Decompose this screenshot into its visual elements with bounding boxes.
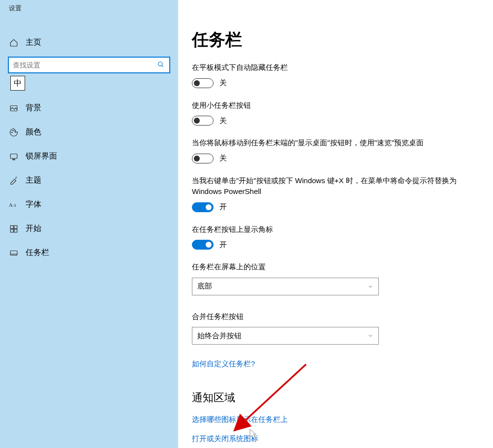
sidebar: 设置 主页 中 背景 颜色 锁屏界面	[0, 0, 178, 448]
svg-rect-7	[13, 159, 15, 160]
search-input-container[interactable]	[8, 57, 170, 73]
setting-label: 在平板模式下自动隐藏任务栏	[192, 62, 467, 73]
toggle-state: 开	[219, 202, 227, 212]
svg-rect-10	[10, 225, 13, 228]
setting-label: 任务栏在屏幕上的位置	[192, 261, 467, 273]
start-icon	[9, 224, 19, 234]
setting-label: 当我右键单击"开始"按钮或按下 Windows 键+X 时，在菜单中将命令提示符…	[192, 175, 467, 197]
sidebar-item-label: 背景	[26, 103, 41, 113]
sidebar-item-label: 锁屏界面	[26, 151, 57, 161]
chevron-down-icon	[368, 333, 373, 339]
toggle-small-buttons[interactable]	[192, 116, 214, 126]
sidebar-item-background[interactable]: 背景	[0, 96, 178, 120]
link-select-taskbar-icons[interactable]: 选择哪些图标显示在任务栏上	[192, 415, 478, 424]
dropdown-value: 底部	[197, 282, 212, 291]
sidebar-item-label: 颜色	[26, 127, 41, 137]
setting-small-buttons: 使用小任务栏按钮 关	[192, 100, 478, 126]
svg-point-0	[158, 62, 162, 66]
sidebar-item-label: 字体	[26, 199, 41, 210]
svg-point-3	[12, 132, 13, 133]
lockscreen-icon	[9, 152, 19, 161]
toggle-state: 开	[219, 240, 227, 250]
svg-rect-13	[14, 229, 17, 232]
search-input[interactable]	[13, 61, 157, 69]
toggle-powershell[interactable]	[192, 202, 214, 212]
section-heading-notification: 通知区域	[192, 390, 478, 405]
app-title: 设置	[0, 0, 178, 15]
sidebar-item-label: 主题	[26, 175, 41, 186]
setting-autohide-tablet: 在平板模式下自动隐藏任务栏 关	[192, 62, 478, 88]
toggle-peek-desktop[interactable]	[192, 154, 214, 163]
toggle-badges[interactable]	[192, 240, 214, 250]
sidebar-item-colors[interactable]: 颜色	[0, 120, 178, 144]
svg-point-4	[13, 130, 14, 131]
fonts-icon: AA	[9, 200, 19, 210]
dropdown-combine[interactable]: 始终合并按钮	[192, 327, 379, 345]
svg-text:A: A	[9, 202, 13, 208]
dropdown-position[interactable]: 底部	[192, 278, 379, 295]
setting-label: 合并任务栏按钮	[192, 311, 467, 322]
home-label: 主页	[26, 37, 41, 48]
setting-label: 在任务栏按钮上显示角标	[192, 224, 467, 235]
colors-icon	[9, 128, 19, 137]
toggle-autohide-tablet[interactable]	[192, 78, 214, 88]
main-content: 任务栏 在平板模式下自动隐藏任务栏 关 使用小任务栏按钮 关 当你将鼠标移动到任…	[178, 0, 493, 448]
background-icon	[9, 103, 19, 113]
setting-label: 使用小任务栏按钮	[192, 100, 467, 111]
sidebar-item-lockscreen[interactable]: 锁屏界面	[0, 144, 178, 168]
chevron-down-icon	[368, 284, 373, 289]
sidebar-item-taskbar[interactable]: 任务栏	[0, 241, 178, 265]
sidebar-item-start[interactable]: 开始	[0, 217, 178, 241]
setting-powershell-replace: 当我右键单击"开始"按钮或按下 Windows 键+X 时，在菜单中将命令提示符…	[192, 175, 478, 212]
setting-peek-desktop: 当你将鼠标移动到任务栏末端的"显示桌面"按钮时，使用"速览"预览桌面 关	[192, 137, 478, 163]
setting-show-badges: 在任务栏按钮上显示角标 开	[192, 224, 478, 250]
sidebar-item-home[interactable]: 主页	[0, 32, 178, 55]
svg-rect-6	[10, 154, 17, 158]
svg-text:A: A	[13, 203, 16, 208]
search-icon	[157, 61, 165, 69]
nav-list: 背景 颜色 锁屏界面 主题 AA 字体	[0, 96, 178, 265]
sidebar-item-label: 任务栏	[26, 248, 49, 258]
setting-label: 当你将鼠标移动到任务栏末端的"显示桌面"按钮时，使用"速览"预览桌面	[192, 137, 467, 149]
svg-line-1	[162, 65, 163, 67]
sidebar-item-themes[interactable]: 主题	[0, 168, 178, 192]
setting-combine: 合并任务栏按钮 始终合并按钮	[192, 311, 478, 345]
toggle-state: 关	[219, 116, 227, 126]
home-icon	[9, 38, 19, 48]
sidebar-item-fonts[interactable]: AA 字体	[0, 192, 178, 217]
page-title: 任务栏	[192, 29, 478, 51]
link-help-customize[interactable]: 如何自定义任务栏?	[192, 359, 478, 369]
dropdown-value: 始终合并按钮	[197, 331, 242, 341]
taskbar-icon	[9, 248, 19, 258]
svg-rect-14	[10, 251, 17, 255]
setting-position: 任务栏在屏幕上的位置 底部	[192, 261, 478, 295]
svg-rect-11	[14, 225, 17, 228]
toggle-state: 关	[219, 78, 227, 88]
svg-point-5	[15, 130, 16, 131]
sidebar-item-label: 开始	[26, 224, 41, 234]
link-system-icons-onoff[interactable]: 打开或关闭系统图标	[192, 434, 478, 444]
ime-badge[interactable]: 中	[10, 76, 25, 91]
toggle-state: 关	[219, 154, 227, 163]
svg-rect-12	[10, 229, 13, 232]
themes-icon	[9, 176, 19, 186]
